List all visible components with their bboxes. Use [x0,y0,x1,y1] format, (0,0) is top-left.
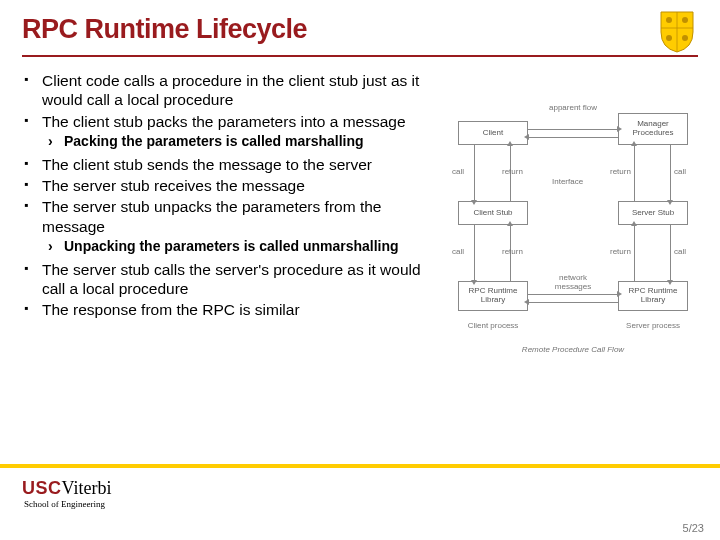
diagram-label: call [674,247,686,256]
arrow-icon [634,225,635,281]
arrow-icon [528,302,618,303]
diagram-box-clientstub: Client Stub [458,201,528,225]
content-row: Client code calls a procedure in the cli… [0,57,720,464]
svg-point-0 [666,17,672,23]
usc-viterbi-logo: USCViterbi School of Engineering [22,478,111,509]
diagram-label: Server process [620,321,686,330]
diagram-box-client: Client [458,121,528,145]
bullet-list: The client stub sends the message to the… [22,155,442,237]
bullet-item: The client stub sends the message to the… [22,155,442,174]
sub-bold: marshalling [285,133,364,149]
diagram-box-rpcrt2: RPC Runtime Library [618,281,688,311]
diagram-label: Interface [552,177,583,186]
sub-item: Unpacking the parameters is called unmar… [22,238,442,256]
arrow-icon [634,145,635,201]
page-title: RPC Runtime Lifecycle [22,14,698,45]
bullet-item: The server stub unpacks the parameters f… [22,197,442,236]
arrow-icon [670,145,671,201]
arrow-icon [528,294,618,295]
sub-item: Packing the parameters is called marshal… [22,133,442,151]
logo-line1: USCViterbi [22,478,111,499]
svg-point-1 [682,17,688,23]
svg-point-2 [666,35,672,41]
diagram-box-rpcrt1: RPC Runtime Library [458,281,528,311]
diagram-label: call [452,247,464,256]
bullet-item: The server stub receives the message [22,176,442,195]
sub-text: Unpacking the parameters is called [64,238,303,254]
slide-footer: USCViterbi School of Engineering 5/23 [0,464,720,540]
sub-list: Unpacking the parameters is called unmar… [22,238,442,256]
diagram-caption: Remote Procedure Call Flow [508,345,638,354]
bullet-item: The response from the RPC is similar [22,300,442,319]
svg-point-3 [682,35,688,41]
diagram-label: return [610,247,631,256]
diagram-label: apparent flow [548,103,598,112]
usc-shield-icon [656,10,698,54]
diagram-label: return [502,247,523,256]
diagram-label: Client process [460,321,526,330]
arrow-icon [474,225,475,281]
slide: RPC Runtime Lifecycle Client code calls … [0,0,720,540]
logo-school: School of Engineering [24,499,111,509]
arrow-icon [528,137,618,138]
bullet-item: The client stub packs the parameters int… [22,112,442,131]
sub-list: Packing the parameters is called marshal… [22,133,442,151]
bullet-column: Client code calls a procedure in the cli… [22,71,442,464]
slide-header: RPC Runtime Lifecycle [0,0,720,51]
sub-bold: unmarshalling [303,238,399,254]
logo-viterbi: Viterbi [62,478,112,498]
page-number: 5/23 [683,522,704,534]
sub-text: Packing the parameters is called [64,133,285,149]
bullet-list: Client code calls a procedure in the cli… [22,71,442,131]
rpc-diagram: Client Client Stub RPC Runtime Library M… [448,71,710,464]
diagram-label: call [452,167,464,176]
arrow-icon [474,145,475,201]
arrow-icon [528,129,618,130]
arrow-icon [670,225,671,281]
diagram-label: network messages [548,273,598,291]
bullet-item: The server stub calls the server's proce… [22,260,442,299]
logo-usc: USC [22,478,62,498]
bullet-list: The server stub calls the server's proce… [22,260,442,320]
diagram-box-manager: Manager Procedures [618,113,688,145]
diagram-label: call [674,167,686,176]
diagram-box-serverstub: Server Stub [618,201,688,225]
diagram-label: return [502,167,523,176]
diagram-label: return [610,167,631,176]
bullet-item: Client code calls a procedure in the cli… [22,71,442,110]
